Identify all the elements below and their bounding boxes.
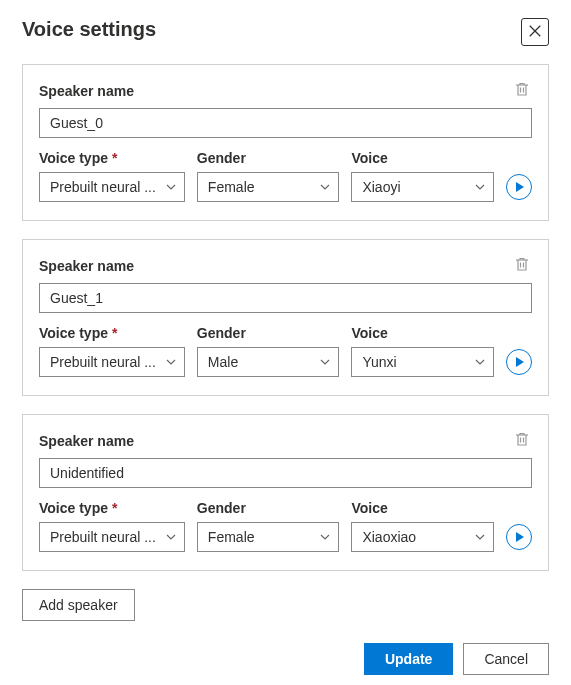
required-asterisk: * (112, 325, 117, 341)
voice-type-label: Voice type * (39, 500, 185, 516)
gender-select[interactable]: Female (197, 522, 340, 552)
svg-marker-10 (516, 532, 524, 542)
voice-select[interactable]: Xiaoxiao (351, 522, 494, 552)
close-icon (528, 24, 542, 41)
delete-speaker-button[interactable] (512, 429, 532, 452)
page-title: Voice settings (22, 18, 156, 41)
speaker-card: Speaker name Voice type * Prebuilt neura… (22, 64, 549, 221)
cancel-button[interactable]: Cancel (463, 643, 549, 675)
speaker-name-label: Speaker name (39, 433, 134, 449)
gender-select[interactable]: Female (197, 172, 340, 202)
gender-select[interactable]: Male (197, 347, 340, 377)
trash-icon (514, 431, 530, 450)
voice-label: Voice (351, 500, 494, 516)
add-speaker-button[interactable]: Add speaker (22, 589, 135, 621)
speaker-name-input[interactable] (39, 458, 532, 488)
delete-speaker-button[interactable] (512, 79, 532, 102)
update-button[interactable]: Update (364, 643, 453, 675)
gender-label: Gender (197, 150, 340, 166)
play-preview-button[interactable] (506, 524, 532, 550)
play-preview-button[interactable] (506, 174, 532, 200)
required-asterisk: * (112, 500, 117, 516)
play-preview-button[interactable] (506, 349, 532, 375)
close-button[interactable] (521, 18, 549, 46)
trash-icon (514, 81, 530, 100)
voice-label: Voice (351, 325, 494, 341)
play-icon (514, 180, 525, 195)
voice-label: Voice (351, 150, 494, 166)
voice-type-label: Voice type * (39, 150, 185, 166)
svg-marker-7 (516, 357, 524, 367)
delete-speaker-button[interactable] (512, 254, 532, 277)
voice-type-label: Voice type * (39, 325, 185, 341)
voice-select[interactable]: Yunxi (351, 347, 494, 377)
speaker-name-input[interactable] (39, 283, 532, 313)
speaker-name-input[interactable] (39, 108, 532, 138)
speaker-card: Speaker name Voice type * Prebuilt neura… (22, 239, 549, 396)
speaker-card: Speaker name Voice type * Prebuilt neura… (22, 414, 549, 571)
voice-type-select[interactable]: Prebuilt neural ... (39, 172, 185, 202)
gender-label: Gender (197, 500, 340, 516)
voice-select[interactable]: Xiaoyi (351, 172, 494, 202)
play-icon (514, 355, 525, 370)
voice-type-select[interactable]: Prebuilt neural ... (39, 522, 185, 552)
voice-type-select[interactable]: Prebuilt neural ... (39, 347, 185, 377)
speaker-name-label: Speaker name (39, 258, 134, 274)
play-icon (514, 530, 525, 545)
svg-marker-4 (516, 182, 524, 192)
speaker-name-label: Speaker name (39, 83, 134, 99)
required-asterisk: * (112, 150, 117, 166)
trash-icon (514, 256, 530, 275)
gender-label: Gender (197, 325, 340, 341)
